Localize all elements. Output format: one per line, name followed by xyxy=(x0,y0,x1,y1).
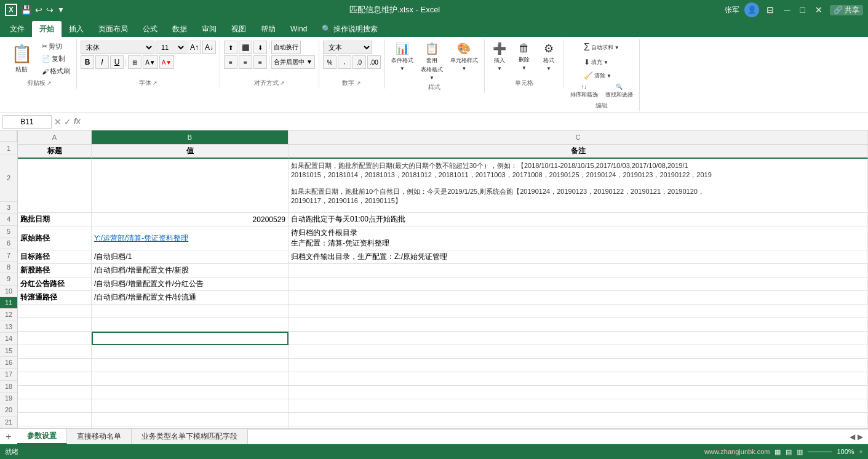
cell-b16[interactable] xyxy=(92,399,289,413)
cell-a8[interactable]: 转滚通路径 xyxy=(18,291,92,305)
view-page-btn[interactable]: ▥ xyxy=(797,448,803,456)
cell-a5[interactable]: 目标路径 xyxy=(18,250,92,264)
cell-c9[interactable] xyxy=(289,305,868,318)
window-close-btn[interactable]: ✕ xyxy=(813,5,825,15)
align-bottom-btn[interactable]: ⬇ xyxy=(253,41,267,54)
cell-a7[interactable]: 分红公告路径 xyxy=(18,277,92,291)
save-icon[interactable]: 💾 xyxy=(21,5,31,15)
tab-wind[interactable]: Wind xyxy=(283,21,314,37)
underline-button[interactable]: U xyxy=(110,55,124,69)
view-normal-btn[interactable]: ▦ xyxy=(774,448,781,456)
cell-c12[interactable] xyxy=(289,345,868,359)
border-button[interactable]: ⊞ xyxy=(128,55,141,69)
cell-a17[interactable] xyxy=(18,413,92,426)
cell-a9[interactable] xyxy=(18,305,92,318)
customize-icon[interactable]: ▼ xyxy=(57,6,65,14)
tab-page-layout[interactable]: 页面布局 xyxy=(91,21,135,37)
cell-b14[interactable] xyxy=(92,372,289,386)
confirm-formula-icon[interactable]: ✓ xyxy=(64,117,71,127)
cell-c17[interactable] xyxy=(289,413,868,426)
cell-b4[interactable]: Y:/运营部/清算-凭证资料整理 xyxy=(92,226,289,250)
cell-b3[interactable]: 20200529 xyxy=(92,213,289,226)
cell-c7[interactable] xyxy=(289,277,868,291)
cell-b11[interactable] xyxy=(92,332,289,345)
cell-c5[interactable]: 归档文件输出目录，生产配置：Z:/原始凭证管理 xyxy=(289,250,868,264)
cell-b1[interactable]: 值 xyxy=(92,145,289,159)
cell-c1[interactable]: 备注 xyxy=(289,145,868,159)
cell-a12[interactable] xyxy=(18,345,92,359)
conditional-format-btn[interactable]: 📊 条件格式 ▼ xyxy=(389,41,416,73)
align-center-btn[interactable]: ≡ xyxy=(239,55,252,69)
font-decrease-btn[interactable]: A↓ xyxy=(202,41,216,54)
cell-a14[interactable] xyxy=(18,372,92,386)
number-format-select[interactable]: 文本 xyxy=(323,41,372,54)
delete-btn[interactable]: 🗑 删除 ▼ xyxy=(513,41,535,72)
cell-b12[interactable] xyxy=(92,345,289,359)
tab-insert[interactable]: 插入 xyxy=(62,21,91,37)
window-restore-btn[interactable]: □ xyxy=(797,5,807,15)
table-format-btn[interactable]: 📋 套用 表格格式 ▼ xyxy=(418,41,445,82)
sheet-tab-params[interactable]: 参数设置 xyxy=(17,429,67,444)
format-painter-button[interactable]: 🖌 格式刷 xyxy=(39,65,73,77)
scroll-left-btn[interactable]: ◀ xyxy=(850,433,855,441)
cell-b13[interactable] xyxy=(92,359,289,372)
fill-color-button[interactable]: A▼ xyxy=(143,55,158,69)
merge-center-btn[interactable]: 合并后居中 ▼ xyxy=(271,55,315,69)
find-select-btn[interactable]: 🔍 查找和选择 xyxy=(603,82,635,100)
cancel-formula-icon[interactable]: ✕ xyxy=(54,117,62,127)
cell-c2[interactable]: 如果配置日期，跑批所配置的日期(最大的日期个数不能超过30个），例如：【2018… xyxy=(289,159,868,213)
cell-a10[interactable] xyxy=(18,318,92,332)
undo-icon[interactable]: ↩ xyxy=(35,5,42,15)
cell-a11[interactable] xyxy=(18,332,92,345)
font-name-select[interactable]: 宋体 xyxy=(81,41,154,54)
fill-btn[interactable]: ⬇ 填充 ▼ xyxy=(581,57,611,68)
cell-c14[interactable] xyxy=(289,372,868,386)
format-btn[interactable]: ⚙ 格式 ▼ xyxy=(538,41,560,73)
cell-a2[interactable] xyxy=(18,159,92,213)
zoom-slider[interactable]: ───── xyxy=(808,448,832,455)
ribbon-minimize-icon[interactable]: ⊟ xyxy=(764,5,776,15)
share-btn[interactable]: 🔗 共享 xyxy=(830,5,863,15)
cell-b10[interactable] xyxy=(92,318,289,332)
cell-c10[interactable] xyxy=(289,318,868,332)
cell-b8[interactable]: /自动归档/增量配置文件/转流通 xyxy=(92,291,289,305)
increase-decimal-btn[interactable]: .00 xyxy=(367,55,381,69)
sheet-tab-match[interactable]: 业务类型名单下模糊匹配字段 xyxy=(132,429,248,444)
align-right-btn[interactable]: ≡ xyxy=(253,55,267,69)
cell-b9[interactable] xyxy=(92,305,289,318)
insert-function-icon[interactable]: fx xyxy=(74,117,81,127)
tab-view[interactable]: 视图 xyxy=(224,21,253,37)
copy-button[interactable]: 📄 复制 xyxy=(39,53,73,65)
paste-button[interactable]: 📋 粘贴 xyxy=(6,41,37,77)
tab-data[interactable]: 数据 xyxy=(165,21,194,37)
tab-file[interactable]: 文件 xyxy=(2,21,32,37)
align-middle-btn[interactable]: ⬛ xyxy=(239,41,252,54)
cell-style-btn[interactable]: 🎨 单元格样式 ▼ xyxy=(448,41,480,73)
align-top-btn[interactable]: ⬆ xyxy=(224,41,237,54)
clear-btn[interactable]: 🧹 清除 ▼ xyxy=(581,70,614,81)
cell-c13[interactable] xyxy=(289,359,868,372)
tab-search[interactable]: 🔍 操作说明搜索 xyxy=(314,21,385,37)
tab-help[interactable]: 帮助 xyxy=(253,21,283,37)
percent-btn[interactable]: ， xyxy=(338,55,351,69)
cell-a4[interactable]: 原始路径 xyxy=(18,226,92,250)
zoom-in-btn[interactable]: + xyxy=(859,448,863,455)
font-increase-btn[interactable]: A↑ xyxy=(188,41,201,54)
view-layout-btn[interactable]: ▤ xyxy=(786,448,792,456)
sheet-tab-move[interactable]: 直接移动名单 xyxy=(67,429,132,444)
cell-b17[interactable] xyxy=(92,413,289,426)
cell-c6[interactable] xyxy=(289,264,868,277)
align-left-btn[interactable]: ≡ xyxy=(224,55,237,69)
cut-button[interactable]: ✂ 剪切 xyxy=(39,41,73,52)
cell-c4[interactable]: 待归档的文件根目录 生产配置：清算-凭证资料整理 xyxy=(289,226,868,250)
sort-filter-btn[interactable]: ↑↓ 排序和筛选 xyxy=(568,82,600,100)
bold-button[interactable]: B xyxy=(81,55,94,69)
font-color-button[interactable]: A▼ xyxy=(159,55,175,69)
cell-c11[interactable] xyxy=(289,332,868,345)
autosum-btn[interactable]: Σ 自动求和 ▼ xyxy=(581,41,622,54)
cell-a1[interactable]: 标题 xyxy=(18,145,92,159)
formula-input[interactable] xyxy=(83,115,866,129)
redo-icon[interactable]: ↪ xyxy=(46,5,54,15)
cell-b15[interactable] xyxy=(92,386,289,399)
cell-c8[interactable] xyxy=(289,291,868,305)
